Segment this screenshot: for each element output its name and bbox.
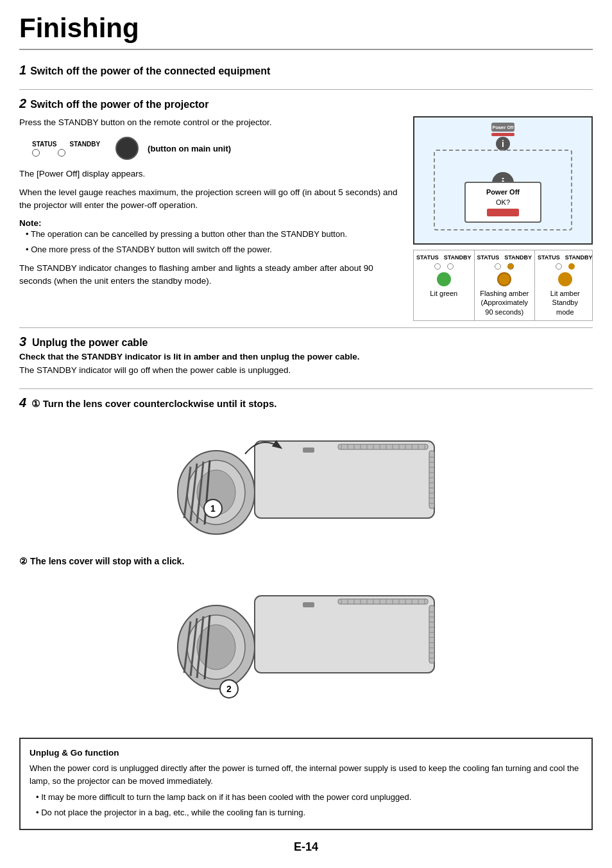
ind-dot-row-2 (477, 263, 532, 270)
step1-header: 1 Switch off the power of the connected … (19, 63, 593, 78)
step3-header: 3 Unplug the power cable (19, 334, 593, 349)
note-title: Note: (19, 218, 403, 228)
screen-power-off: Power Off (492, 125, 513, 130)
step4-substep2-label: ② The lens cover will stop with a click. (19, 556, 593, 566)
page-title: Finishing (19, 13, 593, 50)
step2-section: 2 Switch off the power of the projector … (19, 90, 593, 328)
standby-dot-2 (507, 263, 514, 270)
button-label: (button on main unit) (148, 144, 231, 153)
status-dot (32, 149, 40, 157)
step3-subheader: Check that the STANDBY indicator is lit … (19, 352, 593, 361)
amber-btn-flash (497, 272, 511, 286)
standby-lbl-3: STANDBY (565, 254, 593, 261)
page-number: E-14 (19, 840, 593, 854)
note-section: Note: The operation can be cancelled by … (19, 218, 403, 256)
svg-rect-73 (303, 602, 314, 607)
ind-header-3: STATUS STANDBY (538, 254, 593, 261)
standby-dot (58, 149, 65, 157)
step2-content: Press the STANDBY button on the remote c… (19, 116, 593, 321)
step2-title: Switch off the power of the projector (30, 99, 208, 110)
ind-dot-row-3 (538, 263, 593, 270)
step1-title: Switch off the power of the connected eq… (30, 65, 270, 77)
step2-right: Power Off i i Power Off OK? (413, 116, 593, 321)
svg-rect-62 (429, 605, 434, 663)
indicator-col-2: STATUS STANDBY Flashing amber(Approximat… (475, 250, 536, 320)
step2-left: Press the STANDBY button on the remote c… (19, 116, 403, 321)
step4-substep1: ① Turn the lens cover counterclockwise u… (31, 398, 276, 409)
status-lbl-1: STATUS (416, 254, 439, 261)
status-lbl-2: STATUS (477, 254, 500, 261)
standby-button[interactable] (115, 137, 139, 160)
status-dot-3 (556, 263, 562, 270)
projector-diagram-2: 2 (152, 570, 460, 713)
info-icon: i (496, 137, 510, 151)
footer-bullet-1: It may be more difficult to turn the lam… (36, 791, 582, 804)
green-btn-1 (437, 272, 451, 286)
ind-header-2: STATUS STANDBY (477, 254, 532, 261)
ind-header-1: STATUS STANDBY (416, 254, 472, 261)
step3-title: Unplug the power cable (32, 337, 148, 348)
status-dot-1 (434, 263, 441, 270)
indicator-labels: STATUS STANDBY (32, 141, 100, 148)
note-item-2: One more press of the STANDBY button wil… (26, 243, 403, 256)
svg-rect-0 (255, 441, 434, 518)
amber-btn-solid (558, 272, 572, 286)
step2-body2: When the level gauge reaches maximum, th… (19, 186, 403, 213)
projector-svg-2: 2 (152, 570, 460, 711)
footer-bullet-2: Do not place the projector in a bag, etc… (36, 806, 582, 819)
step4-section: 4 ① Turn the lens cover counterclockwise… (19, 389, 593, 730)
step3-number: 3 (19, 334, 26, 349)
dialog-subtitle: OK? (471, 198, 535, 206)
ind-label-1: Lit green (416, 289, 472, 298)
info-icon-top: i (496, 137, 510, 151)
button-diagram: STATUS STANDBY (button on main unit) (32, 137, 403, 160)
standby-lbl-1: STANDBY (444, 254, 472, 261)
footer-title: Unplug & Go function (30, 747, 582, 759)
svg-rect-25 (429, 451, 434, 508)
indicator-dots (32, 149, 65, 157)
projector-diagram-1: 1 (152, 415, 460, 546)
svg-text:2: 2 (226, 684, 232, 694)
step4-number: 4 (19, 395, 26, 410)
note-item-1: The operation can be cancelled by pressi… (26, 228, 403, 241)
ind-label-3: Lit amberStandbymode (538, 289, 593, 317)
indicator-col-3: STATUS STANDBY Lit amberStandbymode (535, 250, 595, 320)
ind-label-2: Flashing amber(Approximately90 seconds) (477, 289, 532, 317)
projector-screen: Power Off i i Power Off OK? (413, 116, 593, 245)
step3-body: The STANDBY indicator will go off when t… (19, 364, 593, 377)
footer-body: When the power cord is unplugged directl… (30, 762, 582, 787)
status-label: STATUS (32, 141, 57, 148)
projector-svg-1: 1 (152, 415, 460, 544)
dialog-ok-button (487, 209, 519, 216)
footer-bullet-list: It may be more difficult to turn the lam… (30, 791, 582, 819)
step2-body3: The STANDBY indicator changes to flashin… (19, 262, 403, 288)
standby-label: STANDBY (70, 141, 101, 148)
step1-section: 1 Switch off the power of the connected … (19, 56, 593, 90)
footer-box: Unplug & Go function When the power cord… (19, 738, 593, 830)
step2-header: 2 Switch off the power of the projector (19, 96, 593, 111)
standby-lbl-2: STANDBY (504, 254, 532, 261)
display-appears: The [Power Off] display appears. (19, 168, 403, 180)
dialog-title: Power Off (471, 188, 535, 196)
status-dot-2 (495, 263, 501, 270)
svg-rect-10 (338, 444, 428, 449)
ind-dot-row-1 (416, 263, 472, 270)
step2-number: 2 (19, 96, 26, 111)
standby-dot-1 (447, 263, 454, 270)
svg-rect-47 (338, 599, 428, 604)
note-list: The operation can be cancelled by pressi… (19, 228, 403, 256)
status-lbl-3: STATUS (538, 254, 560, 261)
svg-text:1: 1 (210, 503, 216, 514)
svg-rect-37 (255, 596, 434, 673)
step2-body1: Press the STANDBY button on the remote c… (19, 116, 403, 129)
step4-header: 4 ① Turn the lens cover counterclockwise… (19, 395, 593, 410)
step1-number: 1 (19, 63, 26, 78)
svg-rect-36 (303, 447, 314, 453)
power-off-dialog: Power Off OK? (464, 182, 541, 223)
indicator-col-1: STATUS STANDBY Lit green (414, 250, 475, 320)
step3-section: 3 Unplug the power cable Check that the … (19, 328, 593, 389)
indicator-states-table: STATUS STANDBY Lit green STATUS STANDBY (413, 250, 593, 321)
standby-dot-3 (568, 263, 575, 270)
